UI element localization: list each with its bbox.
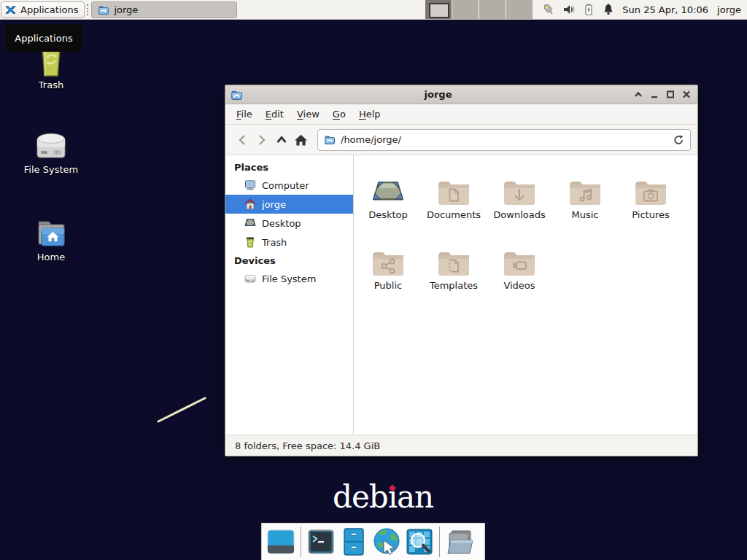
hard-drive-icon: [34, 128, 69, 162]
panel-username: jorge: [717, 4, 741, 15]
dock-separator: [439, 526, 440, 557]
folder-template-icon: [436, 249, 471, 277]
sidebar-header-devices: Devices: [225, 252, 353, 269]
file-item-label: Music: [572, 209, 599, 220]
xfce-logo-icon: [4, 4, 17, 16]
home-icon: [244, 198, 256, 210]
file-grid: Desktop Documents: [354, 155, 697, 435]
dock-panel: [261, 523, 485, 560]
show-desktop-icon: [266, 526, 296, 557]
sidebar-item-label: Computer: [262, 180, 309, 191]
file-manager-window: jorge File Edit View Go Help: [225, 85, 698, 456]
folder-share-icon: [371, 249, 406, 277]
file-item-label: Downloads: [493, 209, 545, 220]
menu-edit[interactable]: Edit: [259, 106, 290, 122]
minimize-button[interactable]: [649, 90, 659, 99]
sidebar-item-desktop[interactable]: Desktop: [225, 214, 353, 233]
applications-menu-button[interactable]: Applications: [1, 1, 85, 18]
network-plug-icon[interactable]: [542, 3, 556, 16]
dock-terminal-button[interactable]: [306, 526, 336, 557]
terminal-icon: [306, 526, 336, 557]
window-titlebar[interactable]: jorge: [225, 85, 697, 104]
menubar: File Edit View Go Help: [225, 104, 697, 125]
hard-drive-icon: [244, 273, 256, 284]
panel-clock[interactable]: Sun 25 Apr, 10:06: [622, 4, 708, 15]
file-item-videos[interactable]: Videos: [487, 236, 552, 307]
workspace-4[interactable]: [506, 0, 533, 19]
sidebar-item-file-system[interactable]: File System: [225, 269, 353, 288]
file-manager-body: Places Computer jorge: [225, 155, 697, 435]
desktop-icon-file-system[interactable]: File System: [16, 125, 86, 175]
toolbar: /home/jorge/: [225, 125, 697, 155]
sidebar-item-jorge[interactable]: jorge: [225, 195, 353, 214]
debian-wallpaper-logo: debıan: [333, 481, 433, 513]
maximize-button[interactable]: [665, 90, 676, 99]
file-item-public[interactable]: Public: [355, 236, 421, 307]
workspace-pager: [425, 0, 533, 19]
statusbar-text: 8 folders, Free space: 14.4 GiB: [235, 440, 380, 451]
menu-view[interactable]: View: [290, 106, 326, 122]
volume-icon[interactable]: [562, 3, 576, 16]
trash-icon: [244, 236, 256, 248]
dock-app-finder-button[interactable]: [404, 526, 435, 557]
app-finder-icon: [404, 526, 435, 557]
desktop-icon-label: Trash: [39, 79, 63, 90]
taskbar-window-button[interactable]: jorge: [91, 1, 237, 18]
dock-file-cabinet-button[interactable]: [338, 526, 369, 557]
menu-help[interactable]: Help: [352, 106, 387, 122]
sidebar-item-label: File System: [262, 273, 316, 284]
home-icon: [293, 133, 309, 147]
up-button[interactable]: [271, 129, 291, 151]
close-button[interactable]: [681, 90, 692, 99]
file-item-label: Public: [374, 280, 402, 291]
folder-video-icon: [502, 249, 537, 277]
folder-document-icon: [436, 179, 471, 206]
file-item-label: Desktop: [368, 209, 408, 220]
workspace-3[interactable]: [479, 0, 506, 19]
menu-file[interactable]: File: [230, 106, 259, 122]
location-bar[interactable]: /home/jorge/: [317, 129, 691, 151]
sidebar-item-label: Desktop: [262, 218, 301, 229]
file-item-music[interactable]: Music: [552, 166, 618, 236]
menu-go[interactable]: Go: [326, 106, 352, 122]
workspace-1[interactable]: [425, 0, 452, 19]
file-item-templates[interactable]: Templates: [421, 236, 487, 307]
sidebar-item-trash[interactable]: Trash: [225, 233, 353, 252]
dock-separator: [301, 526, 301, 557]
dock-web-browser-button[interactable]: [371, 526, 402, 557]
file-item-documents[interactable]: Documents: [421, 166, 487, 236]
folder-download-icon: [502, 179, 537, 206]
location-folder-icon: [324, 134, 336, 145]
back-icon: [236, 133, 248, 147]
file-item-label: Templates: [430, 280, 478, 291]
sidebar: Places Computer jorge: [225, 155, 354, 435]
tasklist-handle[interactable]: [87, 4, 88, 15]
reload-icon[interactable]: [673, 134, 684, 146]
top-panel: Applications jorge: [0, 0, 747, 20]
dock-show-desktop-button[interactable]: [266, 526, 296, 557]
notification-bell-icon[interactable]: [602, 3, 615, 16]
desktop-icon-home[interactable]: Home: [16, 213, 86, 262]
window-folder-icon: [231, 89, 243, 101]
tooltip-text: Applications: [15, 33, 72, 44]
battery-charging-icon[interactable]: [582, 3, 595, 16]
dock-folder-button[interactable]: [444, 526, 475, 557]
applications-tooltip: Applications: [6, 24, 82, 52]
sidebar-item-computer[interactable]: Computer: [225, 176, 353, 195]
window-title: jorge: [243, 89, 633, 100]
back-button[interactable]: [232, 129, 252, 151]
taskbar-window-label: jorge: [114, 4, 138, 15]
home-button[interactable]: [291, 129, 311, 151]
applications-menu-label: Applications: [20, 4, 78, 15]
file-item-downloads[interactable]: Downloads: [487, 166, 552, 236]
workspace-2[interactable]: [452, 0, 479, 19]
file-item-pictures[interactable]: Pictures: [618, 166, 684, 236]
statusbar: 8 folders, Free space: 14.4 GiB: [225, 435, 697, 456]
forward-button[interactable]: [252, 129, 271, 151]
file-item-label: Documents: [427, 209, 481, 220]
shade-button[interactable]: [633, 90, 643, 99]
file-item-desktop[interactable]: Desktop: [355, 166, 421, 236]
sidebar-item-label: jorge: [262, 199, 286, 210]
up-icon: [275, 133, 288, 147]
location-input[interactable]: /home/jorge/: [341, 134, 668, 145]
